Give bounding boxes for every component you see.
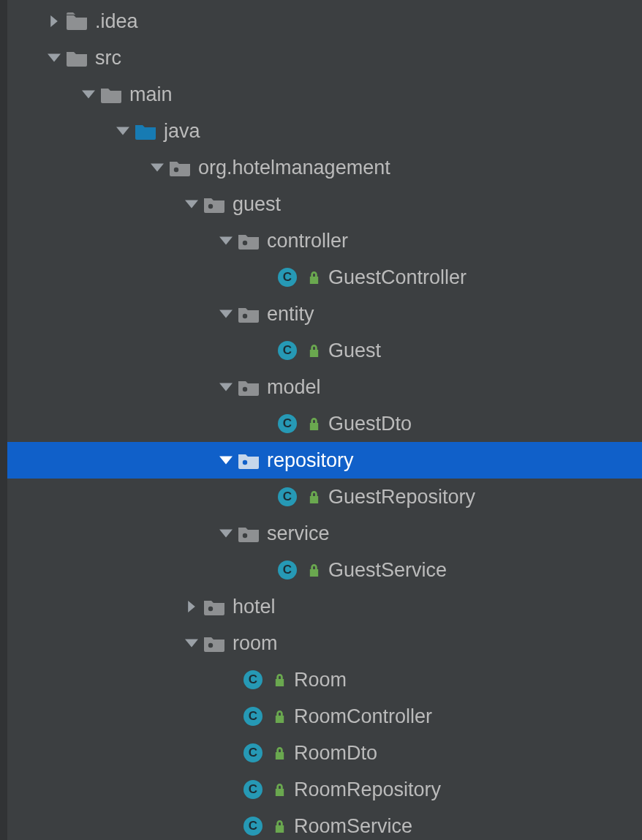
tree-node-room-repository[interactable]: C RoomRepository	[0, 771, 642, 808]
tree-node-entity[interactable]: entity	[0, 296, 642, 332]
java-class-icon: C	[243, 817, 263, 836]
chevron-down-icon[interactable]	[180, 631, 203, 655]
tree-label: .idea	[95, 10, 138, 33]
vcs-added-icon	[304, 564, 322, 577]
tree-node-guest[interactable]: guest	[0, 186, 642, 222]
vcs-added-icon	[270, 747, 288, 760]
vcs-added-icon	[304, 491, 322, 503]
chevron-down-icon[interactable]	[214, 449, 238, 472]
folder-icon	[66, 12, 88, 30]
tree-node-guest-class[interactable]: C Guest	[0, 332, 642, 369]
tree-label: src	[95, 47, 121, 70]
package-icon	[169, 159, 191, 176]
svg-point-3	[243, 314, 247, 318]
project-tree: .idea src main java	[0, 0, 642, 840]
java-class-icon: C	[278, 414, 297, 433]
java-class-icon: C	[243, 670, 263, 689]
tree-node-src[interactable]: src	[0, 40, 642, 76]
left-gutter	[0, 0, 7, 840]
tree-node-room-class[interactable]: C Room	[0, 661, 642, 698]
tree-node-guest-controller[interactable]: C GuestController	[0, 259, 642, 296]
tree-label: guest	[233, 193, 281, 216]
svg-point-0	[174, 168, 178, 172]
svg-point-4	[243, 387, 247, 391]
package-icon	[238, 451, 260, 469]
tree-node-service[interactable]: service	[0, 515, 642, 552]
java-class-icon: C	[243, 780, 263, 799]
vcs-added-icon	[304, 271, 322, 284]
tree-node-model[interactable]: model	[0, 369, 642, 405]
svg-point-7	[208, 607, 213, 611]
package-icon	[203, 634, 225, 652]
tree-label: Guest	[328, 340, 381, 362]
tree-label: service	[267, 522, 330, 545]
package-icon	[238, 305, 260, 323]
tree-label: hotel	[233, 596, 276, 618]
chevron-right-icon[interactable]	[42, 10, 66, 33]
package-icon	[203, 195, 225, 213]
tree-label: RoomService	[294, 815, 412, 838]
tree-node-main[interactable]: main	[0, 76, 642, 113]
vcs-added-icon	[304, 418, 322, 430]
chevron-down-icon[interactable]	[214, 229, 238, 252]
package-icon	[203, 598, 225, 615]
tree-node-hotel[interactable]: hotel	[0, 588, 642, 625]
tree-node-idea[interactable]: .idea	[0, 3, 642, 40]
chevron-down-icon[interactable]	[214, 302, 238, 326]
chevron-down-icon[interactable]	[214, 375, 238, 399]
svg-point-8	[208, 643, 213, 648]
tree-node-room-dto[interactable]: C RoomDto	[0, 735, 642, 771]
vcs-added-icon	[270, 674, 288, 686]
package-icon	[238, 525, 260, 542]
tree-label: Room	[294, 669, 347, 691]
java-class-icon: C	[278, 487, 297, 506]
source-folder-icon	[135, 122, 156, 140]
tree-node-guest-dto[interactable]: C GuestDto	[0, 405, 642, 442]
tree-label: main	[129, 83, 173, 106]
vcs-added-icon	[304, 345, 322, 357]
folder-icon	[66, 49, 88, 67]
svg-point-1	[208, 204, 213, 209]
tree-node-room-controller[interactable]: C RoomController	[0, 698, 642, 735]
tree-node-guest-service[interactable]: C GuestService	[0, 552, 642, 588]
svg-point-6	[243, 533, 247, 538]
vcs-added-icon	[270, 820, 288, 833]
tree-label: controller	[267, 230, 348, 252]
tree-label: repository	[267, 449, 354, 472]
java-class-icon: C	[278, 268, 297, 287]
tree-label: GuestService	[328, 559, 447, 582]
tree-label: RoomController	[294, 705, 432, 728]
chevron-down-icon[interactable]	[214, 522, 238, 545]
folder-icon	[100, 86, 122, 103]
chevron-down-icon[interactable]	[42, 46, 66, 70]
tree-node-java[interactable]: java	[0, 113, 642, 149]
tree-label: java	[164, 120, 200, 143]
svg-point-2	[243, 241, 247, 245]
chevron-right-icon[interactable]	[180, 595, 203, 618]
java-class-icon: C	[243, 743, 263, 762]
svg-point-5	[243, 460, 247, 465]
vcs-added-icon	[270, 710, 288, 723]
tree-node-guest-repository[interactable]: C GuestRepository	[0, 479, 642, 515]
tree-label: GuestDto	[328, 413, 412, 435]
tree-label: org.hotelmanagement	[198, 157, 390, 179]
tree-node-room-service[interactable]: C RoomService	[0, 808, 642, 840]
tree-node-controller[interactable]: controller	[0, 222, 642, 259]
chevron-down-icon[interactable]	[180, 192, 203, 216]
tree-node-room[interactable]: room	[0, 625, 642, 661]
tree-label: room	[233, 632, 278, 655]
package-icon	[238, 232, 260, 250]
chevron-down-icon[interactable]	[77, 83, 100, 106]
vcs-added-icon	[270, 784, 288, 796]
tree-node-root-package[interactable]: org.hotelmanagement	[0, 149, 642, 186]
tree-node-repository[interactable]: repository	[0, 442, 642, 479]
tree-label: RoomDto	[294, 742, 377, 765]
java-class-icon: C	[243, 707, 263, 726]
tree-label: GuestController	[328, 266, 467, 289]
java-class-icon: C	[278, 341, 297, 360]
chevron-down-icon[interactable]	[111, 119, 135, 143]
chevron-down-icon[interactable]	[146, 156, 169, 179]
package-icon	[238, 378, 260, 396]
tree-label: entity	[267, 303, 314, 326]
tree-label: model	[267, 376, 321, 399]
